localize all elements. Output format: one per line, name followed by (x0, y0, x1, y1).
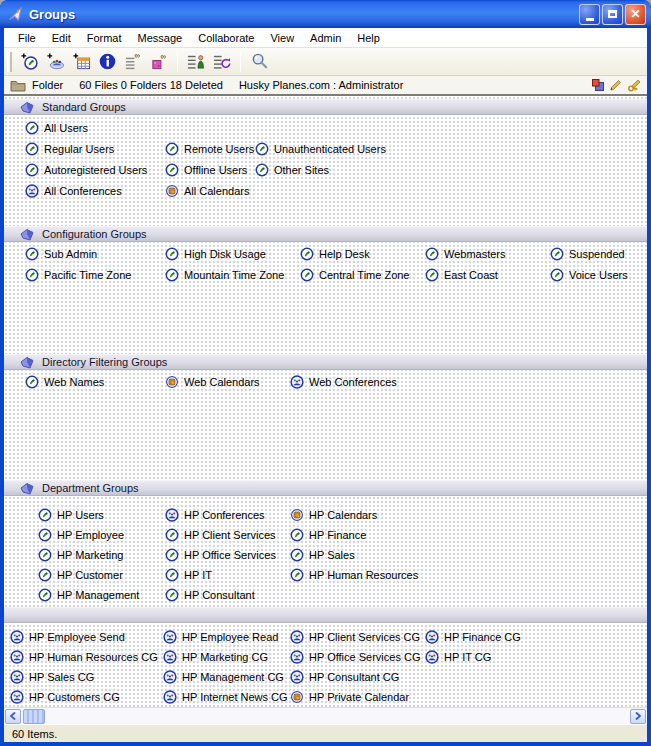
horizontal-scrollbar[interactable] (4, 707, 647, 724)
menu-format[interactable]: Format (79, 30, 130, 46)
group-item[interactable]: HP Client Services CG (290, 630, 425, 644)
menu-collaborate[interactable]: Collaborate (190, 30, 262, 46)
group-item[interactable]: Help Desk (300, 247, 425, 261)
directory-list-button[interactable] (183, 50, 209, 74)
group-item-label: Web Conferences (309, 376, 397, 388)
group-item-label: HP Users (57, 509, 104, 521)
group-item[interactable]: All Conferences (25, 184, 165, 198)
group-row: Autoregistered UsersOffline UsersOther S… (25, 159, 647, 180)
group-item[interactable]: Web Names (25, 375, 165, 389)
info-button[interactable] (94, 50, 120, 74)
group-row: Sub AdminHigh Disk UsageHelp DeskWebmast… (25, 243, 647, 264)
group-item[interactable]: Sub Admin (25, 247, 165, 261)
conference-icon (290, 670, 304, 684)
conference-icon (10, 670, 24, 684)
group-item[interactable]: Autoregistered Users (25, 163, 165, 177)
group-item[interactable]: HP Employee (38, 528, 165, 542)
group-item[interactable]: HP Employee Send (10, 630, 163, 644)
pencil-icon (609, 78, 623, 92)
group-item[interactable]: HP Sales (290, 548, 355, 562)
group-item-label: Help Desk (319, 248, 370, 260)
toolbar: ∞∞ (4, 48, 647, 76)
group-item-label: All Calendars (184, 185, 249, 197)
group-item[interactable]: All Users (25, 121, 165, 135)
menu-admin[interactable]: Admin (302, 30, 349, 46)
group-item[interactable]: HP Client Services (165, 528, 290, 542)
group-item[interactable]: HP IT CG (425, 650, 491, 664)
menu-file[interactable]: File (10, 30, 44, 46)
group-item[interactable]: Web Calendars (165, 375, 290, 389)
menu-message[interactable]: Message (130, 30, 191, 46)
group-item-label: HP Conferences (184, 509, 265, 521)
item-unlimited-button[interactable]: ∞ (146, 50, 172, 74)
group-item[interactable]: HP Marketing (38, 548, 165, 562)
group-item[interactable]: HP Private Calendar (290, 690, 425, 704)
group-item-label: HP Employee (57, 529, 124, 541)
user-group-icon (38, 528, 52, 542)
scroll-left-button[interactable] (5, 709, 21, 724)
group-item[interactable]: HP Employee Read (163, 630, 290, 644)
user-group-icon (165, 548, 179, 562)
group-item[interactable]: HP Consultant (165, 588, 290, 602)
group-item[interactable]: Offline Users (165, 163, 255, 177)
maximize-button[interactable] (602, 4, 623, 25)
group-item[interactable]: HP Management (38, 588, 165, 602)
minimize-icon (586, 18, 594, 21)
group-item[interactable]: HP Customer (38, 568, 165, 582)
search-button[interactable] (246, 50, 272, 74)
group-item[interactable]: HP Human Resources CG (10, 650, 163, 664)
user-group-icon (290, 568, 304, 582)
group-row: Pacific Time ZoneMountain Time ZoneCentr… (25, 264, 647, 285)
group-item[interactable]: HP Internet News CG (163, 690, 290, 704)
menu-view[interactable]: View (262, 30, 302, 46)
group-item[interactable]: Remote Users (165, 142, 255, 156)
user-group-icon (290, 548, 304, 562)
new-calendar-group-button[interactable] (68, 50, 94, 74)
group-item[interactable]: High Disk Usage (165, 247, 300, 261)
group-item[interactable]: Suspended (550, 247, 625, 261)
group-item[interactable]: HP Office Services CG (290, 650, 425, 664)
menu-edit[interactable]: Edit (44, 30, 79, 46)
folder-icon (10, 79, 26, 92)
group-item[interactable]: Regular Users (25, 142, 165, 156)
toolbar-buttons: ∞∞ (16, 50, 272, 74)
app-logo-icon (6, 5, 24, 23)
group-item[interactable]: Webmasters (425, 247, 550, 261)
group-item[interactable]: HP Office Services (165, 548, 290, 562)
group-item[interactable]: East Coast (425, 268, 550, 282)
group-item[interactable]: HP Users (38, 508, 165, 522)
menu-help[interactable]: Help (349, 30, 388, 46)
group-item[interactable]: HP Finance (290, 528, 366, 542)
group-sync-button[interactable] (209, 50, 235, 74)
new-conference-group-button[interactable] (42, 50, 68, 74)
group-item-label: HP Consultant (184, 589, 255, 601)
group-item[interactable]: HP Sales CG (10, 670, 163, 684)
group-item[interactable]: HP Calendars (290, 508, 377, 522)
toolbar-grip[interactable] (7, 52, 12, 72)
group-item[interactable]: HP Finance CG (425, 630, 521, 644)
group-item[interactable]: Mountain Time Zone (165, 268, 300, 282)
group-item[interactable]: Pacific Time Zone (25, 268, 165, 282)
group-item[interactable]: Unauthenticated Users (255, 142, 386, 156)
close-button[interactable]: ✕ (625, 4, 646, 25)
group-item[interactable]: HP Conferences (165, 508, 290, 522)
group-item[interactable]: Other Sites (255, 163, 329, 177)
group-item[interactable]: Voice Users (550, 268, 628, 282)
scrollbar-thumb[interactable] (23, 709, 45, 724)
group-item-label: High Disk Usage (184, 248, 266, 260)
stacked-squares-icon (591, 78, 605, 92)
group-item[interactable]: Central Time Zone (300, 268, 425, 282)
scroll-right-button[interactable] (630, 709, 646, 724)
group-item[interactable]: HP Customers CG (10, 690, 163, 704)
group-item[interactable]: HP Management CG (163, 670, 290, 684)
minimize-button[interactable] (579, 4, 600, 25)
group-item[interactable]: HP Human Resources (290, 568, 418, 582)
group-item[interactable]: All Calendars (165, 184, 255, 198)
group-item-label: Webmasters (444, 248, 506, 260)
group-item[interactable]: Web Conferences (290, 375, 397, 389)
new-user-group-button[interactable] (16, 50, 42, 74)
list-unlimited-button[interactable]: ∞ (120, 50, 146, 74)
group-item[interactable]: HP IT (165, 568, 290, 582)
group-item[interactable]: HP Marketing CG (163, 650, 290, 664)
group-item[interactable]: HP Consultant CG (290, 670, 425, 684)
